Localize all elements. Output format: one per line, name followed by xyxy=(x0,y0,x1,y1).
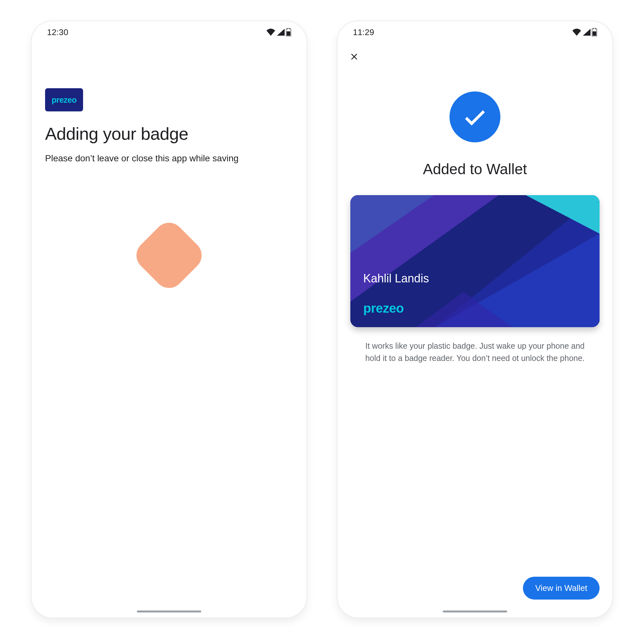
topbar xyxy=(337,43,612,66)
card-holder-name: Kahlil Landis xyxy=(363,272,429,285)
success-checkmark-badge xyxy=(450,91,500,142)
brand-logo-chip: prezeo xyxy=(45,88,83,111)
page-subtitle: Please don’t leave or close this app whi… xyxy=(45,153,293,164)
close-button[interactable] xyxy=(345,48,363,66)
signal-icon xyxy=(583,29,591,36)
gesture-nav-bar[interactable] xyxy=(137,611,201,612)
instruction-text: It works like your plastic badge. Just w… xyxy=(359,340,591,364)
svg-rect-0 xyxy=(287,31,290,36)
brand-logo-text: prezeo xyxy=(52,95,77,105)
footer-actions: View in Wallet xyxy=(523,577,600,600)
close-icon xyxy=(349,52,359,62)
statusbar: 11:29 xyxy=(337,21,612,43)
card-brand-logo: prezeo xyxy=(363,301,404,316)
signal-icon xyxy=(277,29,285,36)
wifi-icon xyxy=(266,29,276,36)
statusbar-time: 12:30 xyxy=(47,27,68,37)
battery-icon xyxy=(286,28,291,36)
statusbar-time: 11:29 xyxy=(353,27,374,37)
statusbar: 12:30 xyxy=(32,21,307,43)
battery-icon xyxy=(592,28,597,36)
phone-screen-added-to-wallet: 11:29 Added to Wallet xyxy=(337,21,612,618)
checkmark-icon xyxy=(462,104,488,130)
view-in-wallet-button[interactable]: View in Wallet xyxy=(523,577,600,600)
wifi-icon xyxy=(572,29,582,36)
page-title: Added to Wallet xyxy=(423,160,527,178)
page-title: Adding your badge xyxy=(45,124,293,144)
phone-screen-adding-badge: 12:30 prezeo Adding your badge Please do… xyxy=(32,21,307,618)
statusbar-icons xyxy=(266,28,291,36)
loading-indicator-wrap xyxy=(45,228,293,283)
gesture-nav-bar[interactable] xyxy=(443,611,507,612)
wallet-card[interactable]: Kahlil Landis prezeo xyxy=(350,195,600,327)
loading-spinner-icon xyxy=(130,217,208,294)
screen-content: prezeo Adding your badge Please don’t le… xyxy=(32,43,307,283)
screen-content: Added to Wallet Kahlil Landis prezeo It … xyxy=(337,66,612,364)
svg-rect-1 xyxy=(592,31,596,36)
statusbar-icons xyxy=(572,28,597,36)
